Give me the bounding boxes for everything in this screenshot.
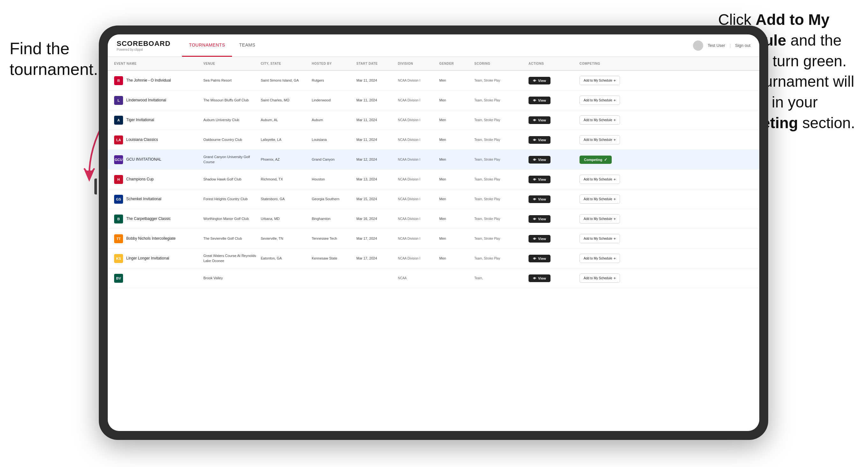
event-name-text: The Johnnie - O Individual bbox=[126, 78, 171, 83]
competing-cell: Add to My Schedule+ bbox=[580, 135, 637, 145]
view-button[interactable]: View bbox=[528, 156, 551, 163]
actions-cell: View bbox=[528, 255, 580, 262]
view-label: View bbox=[538, 98, 546, 102]
eye-icon bbox=[533, 237, 536, 241]
add-schedule-label: Add to My Schedule bbox=[584, 178, 612, 181]
hosted-by-cell: Louisiana bbox=[312, 137, 356, 142]
scoring-cell: Team, Stroke Play bbox=[474, 197, 528, 201]
gender-cell: Men bbox=[439, 98, 474, 103]
competing-cell: Add to My Schedule+ bbox=[580, 234, 637, 243]
add-to-schedule-button[interactable]: Add to My Schedule+ bbox=[580, 234, 620, 243]
annotation-left: Find the tournament. bbox=[9, 38, 99, 80]
add-to-schedule-button[interactable]: Add to My Schedule+ bbox=[580, 254, 620, 263]
view-button[interactable]: View bbox=[528, 136, 551, 144]
eye-icon bbox=[533, 118, 536, 122]
col-competing: COMPETING bbox=[580, 62, 637, 65]
actions-cell: View bbox=[528, 77, 580, 85]
add-schedule-label: Add to My Schedule bbox=[584, 276, 612, 280]
add-to-schedule-button[interactable]: Add to My Schedule+ bbox=[580, 194, 620, 204]
competing-cell: Add to My Schedule+ bbox=[580, 214, 637, 223]
col-start-date: START DATE bbox=[356, 62, 398, 65]
scoring-cell: Team, Stroke Play bbox=[474, 79, 528, 83]
event-name-cell: LLindenwood Invitational bbox=[114, 96, 204, 105]
add-to-schedule-button[interactable]: Add to My Schedule+ bbox=[580, 214, 620, 223]
venue-cell: The Sevierville Golf Club bbox=[204, 236, 261, 241]
hosted-by-cell: Auburn bbox=[312, 118, 356, 122]
hosted-by-cell: Georgia Southern bbox=[312, 197, 356, 201]
start-date-cell: Mar 16, 2024 bbox=[356, 216, 398, 221]
view-label: View bbox=[538, 79, 546, 83]
add-to-schedule-button[interactable]: Add to My Schedule+ bbox=[580, 115, 620, 125]
view-button[interactable]: View bbox=[528, 215, 551, 223]
view-button[interactable]: View bbox=[528, 176, 551, 183]
start-date-cell: Mar 15, 2024 bbox=[356, 197, 398, 201]
event-name-cell: ATiger Invitational bbox=[114, 116, 204, 125]
add-to-schedule-button[interactable]: Add to My Schedule+ bbox=[580, 135, 620, 145]
plus-icon: + bbox=[614, 216, 616, 221]
tab-tournaments[interactable]: TOURNAMENTS bbox=[182, 34, 232, 57]
view-button[interactable]: View bbox=[528, 77, 551, 85]
venue-cell: Grand Canyon University Golf Course bbox=[204, 155, 261, 164]
view-label: View bbox=[538, 237, 546, 241]
hosted-by-cell: Grand Canyon bbox=[312, 157, 356, 162]
add-to-schedule-button[interactable]: Add to My Schedule+ bbox=[580, 274, 620, 283]
eye-icon bbox=[533, 98, 536, 102]
event-name-cell: LALouisiana Classics bbox=[114, 135, 204, 145]
tab-teams[interactable]: TEAMS bbox=[232, 34, 262, 57]
actions-cell: View bbox=[528, 97, 580, 104]
view-label: View bbox=[538, 276, 546, 280]
venue-cell: Worthington Manor Golf Club bbox=[204, 216, 261, 221]
event-name-text: The Carpetbagger Classic bbox=[126, 216, 170, 222]
team-logo: TT bbox=[114, 234, 123, 243]
view-button[interactable]: View bbox=[528, 97, 551, 104]
competing-cell: Add to My Schedule+ bbox=[580, 274, 637, 283]
eye-icon bbox=[533, 197, 536, 201]
competing-cell: Add to My Schedule+ bbox=[580, 76, 637, 85]
gender-cell: Men bbox=[439, 197, 474, 201]
view-button[interactable]: View bbox=[528, 235, 551, 243]
scoring-cell: Team, Stroke Play bbox=[474, 157, 528, 162]
gender-cell: Men bbox=[439, 236, 474, 241]
add-to-schedule-button[interactable]: Add to My Schedule+ bbox=[580, 175, 620, 184]
plus-icon: + bbox=[614, 197, 616, 201]
view-button[interactable]: View bbox=[528, 195, 551, 203]
gender-cell: Men bbox=[439, 256, 474, 261]
venue-cell: Great Waters Course At Reynolds Lake Oco… bbox=[204, 253, 261, 263]
team-logo: GCU bbox=[114, 155, 123, 164]
competing-cell: Competing✓ bbox=[580, 156, 637, 164]
view-button[interactable]: View bbox=[528, 275, 551, 282]
logo-title: SCOREBOARD bbox=[117, 39, 170, 48]
user-name: Test User bbox=[708, 43, 725, 48]
view-button[interactable]: View bbox=[528, 255, 551, 262]
scoring-cell: Team, Stroke Play bbox=[474, 256, 528, 261]
event-name-text: Tiger Invitational bbox=[126, 118, 154, 123]
city-state-cell: Urbana, MD bbox=[261, 216, 312, 221]
competing-button[interactable]: Competing✓ bbox=[580, 156, 612, 164]
eye-icon bbox=[533, 276, 536, 280]
start-date-cell: Mar 17, 2024 bbox=[356, 236, 398, 241]
eye-icon bbox=[533, 79, 536, 83]
scoring-cell: Team, Stroke Play bbox=[474, 237, 528, 241]
city-state-cell: Eatonton, GA bbox=[261, 256, 312, 261]
event-name-text: Linger Longer Invitational bbox=[126, 256, 169, 261]
eye-icon bbox=[533, 178, 536, 181]
table-row: KSLinger Longer InvitationalGreat Waters… bbox=[108, 249, 759, 269]
sign-out-link[interactable]: Sign out bbox=[735, 43, 750, 48]
col-scoring: SCORING bbox=[474, 62, 528, 65]
hosted-by-cell: Binghamton bbox=[312, 216, 356, 221]
add-schedule-label: Add to My Schedule bbox=[584, 197, 612, 201]
gender-cell: Men bbox=[439, 216, 474, 221]
add-to-schedule-button[interactable]: Add to My Schedule+ bbox=[580, 96, 620, 105]
add-schedule-label: Add to My Schedule bbox=[584, 118, 612, 122]
hosted-by-cell: Houston bbox=[312, 177, 356, 182]
add-to-schedule-button[interactable]: Add to My Schedule+ bbox=[580, 76, 620, 85]
table-row: LLindenwood InvitationalThe Missouri Blu… bbox=[108, 91, 759, 110]
city-state-cell: Lafayette, LA bbox=[261, 137, 312, 142]
view-label: View bbox=[538, 118, 546, 122]
venue-cell: Sea Palms Resort bbox=[204, 78, 261, 83]
view-button[interactable]: View bbox=[528, 116, 551, 124]
division-cell: NCAA Division I bbox=[398, 138, 439, 142]
nav-tabs: TOURNAMENTS TEAMS bbox=[182, 34, 262, 57]
tablet-side-button bbox=[94, 179, 97, 194]
division-cell: NCAA Division I bbox=[398, 256, 439, 261]
